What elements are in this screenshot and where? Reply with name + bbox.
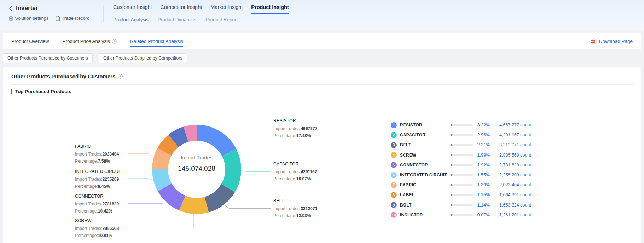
legend-count: 2,885,568 count bbox=[499, 153, 531, 158]
subsection-accent-bar bbox=[11, 89, 12, 94]
tab-label: Product Overview bbox=[11, 39, 49, 44]
donut-segment-inductor[interactable] bbox=[186, 133, 197, 135]
nav-tab-market-insight[interactable]: Market Insight bbox=[210, 4, 243, 13]
legend-product-name: CAPACITOR bbox=[400, 132, 451, 137]
trade-record-label: Trade Record bbox=[62, 16, 89, 21]
share-progress-fill bbox=[451, 204, 452, 206]
rank-badge: 2 bbox=[391, 132, 397, 138]
tab-label: Market Insight bbox=[210, 4, 243, 10]
other-products-card: Other Products Purchased by Customers i … bbox=[3, 67, 641, 243]
solution-settings-link[interactable]: Solution settings bbox=[8, 16, 48, 21]
legend-row-inductor[interactable]: 10INDUCTOR0.87%1,261,201 count bbox=[391, 210, 546, 220]
nav-tab-competitor-insight[interactable]: Competitor Insight bbox=[161, 4, 202, 13]
pdf-file-icon: PDF bbox=[591, 38, 597, 44]
legend-share-percentage: 1.55% bbox=[473, 173, 490, 177]
callout-fabric: FABRICImport Trades:2023404Percentage:7.… bbox=[75, 143, 135, 165]
legend-count: 1,653,324 count bbox=[499, 203, 531, 208]
legend-share-percentage: 1.39% bbox=[473, 182, 490, 187]
legend-row-belt[interactable]: 3BELT2.21%3,212,071 count bbox=[391, 140, 546, 150]
primary-nav-tabs: Customer InsightCompetitor InsightMarket… bbox=[113, 0, 636, 13]
legend-count: 2,023,404 count bbox=[499, 182, 531, 187]
callout-import-trades: Import Trades:2885568 bbox=[75, 225, 135, 232]
donut-segment-bolt[interactable] bbox=[173, 134, 186, 141]
callout-import-trades: Import Trades:2781620 bbox=[75, 200, 135, 208]
share-progress-fill bbox=[451, 164, 452, 166]
nav-tab-customer-insight[interactable]: Customer Insight bbox=[113, 4, 152, 13]
tab-label: Related Product Analysis bbox=[130, 39, 183, 44]
rank-badge: 1 bbox=[391, 122, 397, 128]
toolbar-tab-product-overview[interactable]: Product Overview bbox=[11, 33, 49, 49]
legend-row-bolt[interactable]: 9BOLT1.14%1,653,324 count bbox=[391, 200, 546, 210]
callout-product-name: SCREW bbox=[75, 218, 135, 224]
tab-label: Product Dynamics bbox=[158, 17, 197, 22]
legend-row-resistor[interactable]: 1RESISTOR3.22%4,667,277 count bbox=[391, 120, 546, 130]
top-purchased-products-chart: Import Trades 145,074,028 1RESISTOR3.22%… bbox=[3, 96, 641, 243]
download-page-button[interactable]: PDF Download Page bbox=[591, 33, 633, 49]
legend-row-label[interactable]: 8LABEL1.15%1,664,991 count bbox=[391, 190, 546, 200]
center-label-key: Import Trades bbox=[161, 155, 232, 160]
legend-row-capacitor[interactable]: 2CAPACITOR2.96%4,291,167 count bbox=[391, 130, 546, 140]
donut-segment-connector[interactable] bbox=[165, 187, 182, 203]
nav-tab-product-insight[interactable]: Product Insight bbox=[251, 4, 289, 13]
legend-row-connector[interactable]: 5CONNECTOR1.92%2,781,620 count bbox=[391, 160, 546, 170]
callout-product-name: CAPACITOR bbox=[273, 161, 333, 167]
legend-count: 4,291,167 count bbox=[499, 132, 531, 137]
callout-percentage: Percentage:10.81% bbox=[75, 232, 135, 239]
callout-product-name: FABRIC bbox=[75, 143, 135, 149]
section-title: Other Products Purchased by Customers bbox=[11, 73, 115, 79]
callout-screw: SCREWImport Trades:2885568Percentage:10.… bbox=[75, 218, 135, 239]
subsection-title: Top Purchased Products bbox=[15, 89, 71, 94]
callout-leader-line bbox=[220, 128, 271, 131]
trade-record-icon bbox=[56, 16, 60, 21]
toolbar-tab-related-product-analysis[interactable]: Related Product Analysis bbox=[130, 33, 183, 49]
legend-share-percentage: 2.96% bbox=[473, 132, 490, 137]
legend-row-fabric[interactable]: 7FABRIC1.39%2,023,404 count bbox=[391, 180, 546, 190]
callout-leader-line bbox=[224, 205, 271, 208]
analysis-tabs: Product OverviewProduct Price AnalysisiR… bbox=[11, 33, 183, 49]
legend-product-name: INTEGRATED CIRCUIT bbox=[400, 173, 451, 177]
app-header: Inverter Solution settings Trade Record … bbox=[0, 0, 644, 30]
legend-share-percentage: 1.15% bbox=[473, 192, 490, 197]
legend-count: 1,664,991 count bbox=[499, 192, 531, 197]
back-chevron-icon[interactable] bbox=[8, 6, 13, 10]
section-info-icon[interactable]: i bbox=[118, 74, 123, 79]
toolbar-tab-product-price-analysis[interactable]: Product Price Analysisi bbox=[63, 33, 117, 49]
callout-connector: CONNECTORImport Trades:2781620Percentage… bbox=[75, 193, 135, 215]
sub-tab-product-dynamics[interactable]: Product Dynamics bbox=[158, 17, 197, 22]
legend-row-screw[interactable]: 4SCREW1.99%2,885,568 count bbox=[391, 150, 546, 160]
filter-button-other-products-supplied-by-competitors[interactable]: Other Products Supplied by Competitors bbox=[99, 53, 187, 63]
share-progress-bar bbox=[451, 154, 473, 156]
tab-label: Product Price Analysis bbox=[63, 39, 110, 44]
share-progress-bar bbox=[451, 124, 473, 126]
callout-belt: BELTImport Trades:3212071Percentage:12.0… bbox=[273, 198, 333, 219]
rank-badge: 6 bbox=[391, 172, 397, 178]
callout-percentage: Percentage:17.48% bbox=[273, 132, 333, 139]
sub-tab-product-analysis[interactable]: Product Analysis bbox=[113, 17, 149, 22]
legend-product-name: BOLT bbox=[400, 203, 451, 208]
donut-segment-label[interactable] bbox=[164, 141, 174, 152]
rank-badge: 7 bbox=[391, 182, 397, 188]
trade-record-link[interactable]: Trade Record bbox=[56, 16, 89, 21]
filter-button-other-products-purchased-by-customers[interactable]: Other Products Purchased by Customers bbox=[3, 53, 93, 63]
rank-badge: 8 bbox=[391, 192, 397, 198]
legend-count: 2,781,620 count bbox=[499, 163, 531, 168]
callout-percentage: Percentage:8.45% bbox=[75, 183, 135, 190]
donut-segment-resistor[interactable] bbox=[197, 133, 229, 153]
tab-info-icon[interactable]: i bbox=[112, 39, 117, 44]
legend-count: 3,212,071 count bbox=[499, 142, 531, 147]
legend-count: 4,667,277 count bbox=[499, 123, 531, 128]
callout-product-name: INTEGRATED CIRCUIT bbox=[75, 169, 135, 174]
legend-product-name: FABRIC bbox=[400, 182, 451, 187]
svg-text:PDF: PDF bbox=[591, 40, 594, 43]
related-product-filters: Other Products Purchased by CustomersOth… bbox=[3, 53, 641, 63]
tab-label: Product Insight bbox=[251, 4, 289, 10]
donut-segment-screw[interactable] bbox=[182, 203, 207, 206]
rank-badge: 5 bbox=[391, 162, 397, 168]
legend-row-integrated-circuit[interactable]: 6INTEGRATED CIRCUIT1.55%2,255,209 count bbox=[391, 170, 546, 180]
callout-integrated-circuit: INTEGRATED CIRCUITImport Trades:2255209P… bbox=[75, 169, 135, 190]
tab-label: Product Analysis bbox=[113, 17, 149, 22]
sub-tab-product-report[interactable]: Product Report bbox=[205, 17, 238, 22]
callout-percentage: Percentage:12.03% bbox=[273, 212, 333, 219]
donut-segment-belt[interactable] bbox=[207, 188, 228, 205]
download-page-label: Download Page bbox=[599, 39, 633, 44]
